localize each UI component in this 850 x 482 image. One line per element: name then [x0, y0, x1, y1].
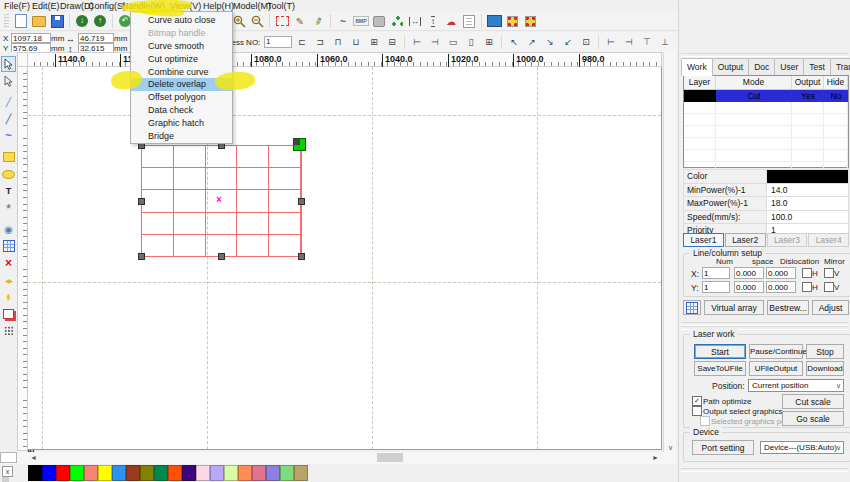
same-size-button[interactable]: ⊞ — [480, 34, 498, 50]
save-to-ufile-button[interactable]: SaveToUFile — [694, 361, 746, 376]
bestrew-button[interactable]: Bestrew... — [767, 300, 809, 315]
dock-bottom-button[interactable]: ⊥ — [656, 34, 674, 50]
v-distance-button[interactable]: ↕ — [424, 13, 442, 29]
start-button[interactable]: Start — [694, 344, 746, 359]
process-no-input[interactable] — [264, 36, 292, 48]
color-swatch[interactable] — [238, 465, 252, 481]
menu-item-offset-polygon[interactable]: Offset polygon — [131, 91, 232, 104]
layer-mode-cell[interactable]: Cut — [716, 90, 792, 102]
menu-model[interactable]: Model(M) — [233, 0, 271, 12]
import-button[interactable]: ↓ — [73, 13, 91, 29]
menu-edit[interactable]: Edit(E) — [32, 0, 60, 12]
device-select[interactable]: Device---(USB:Auto)∨ — [760, 441, 844, 454]
go-scale-button[interactable]: Go scale — [782, 411, 844, 426]
y-mirror-h-checkbox[interactable] — [802, 282, 812, 292]
preview-monitor-button[interactable] — [485, 13, 503, 29]
anchor-center-button[interactable]: ⊡ — [577, 34, 595, 50]
panel-splitter[interactable] — [681, 53, 848, 57]
x-num-input[interactable] — [702, 267, 730, 279]
color-swatch[interactable] — [224, 465, 238, 481]
node-edit-tool[interactable] — [1, 73, 16, 89]
layer-color-cell[interactable] — [684, 90, 716, 102]
bmp-button[interactable]: BMP — [352, 13, 370, 29]
mirror-vertical-tool[interactable]: ▲▼ — [1, 289, 16, 305]
color-swatch[interactable] — [154, 465, 168, 481]
position-select[interactable]: Current position∨ — [748, 379, 844, 392]
menu-file[interactable]: File(F) — [4, 0, 30, 12]
save-button[interactable] — [48, 13, 66, 29]
h-distance-button[interactable]: ↔ — [406, 13, 424, 29]
download-button[interactable]: Download — [806, 361, 844, 376]
menu-item-bridge[interactable]: Bridge — [131, 130, 232, 143]
align-left-button[interactable]: ⊏ — [293, 34, 311, 50]
laser1-button[interactable]: Laser1 — [683, 233, 724, 247]
color-swatch[interactable] — [42, 465, 56, 481]
selection-handle-mid-right[interactable] — [298, 198, 305, 205]
select-tool[interactable] — [1, 56, 16, 72]
dot-array-tool[interactable] — [1, 323, 16, 339]
color-swatch[interactable] — [126, 465, 140, 481]
same-height-button[interactable]: ⊣ — [426, 34, 444, 50]
selection-handle-bottom-right[interactable] — [298, 253, 305, 260]
zoom-out-button[interactable] — [248, 13, 266, 29]
x-mirror-v-checkbox[interactable] — [824, 268, 834, 278]
dock-top-button[interactable]: ⊤ — [638, 34, 656, 50]
align-center-v-button[interactable]: ⊟ — [383, 34, 401, 50]
horizontal-scrollbar[interactable]: ◄ ► — [0, 452, 676, 464]
y-num-input[interactable] — [702, 281, 730, 293]
prop-maxpower-value[interactable]: 18.0 — [767, 197, 848, 210]
panel-splitter[interactable] — [681, 468, 848, 472]
width-input[interactable] — [78, 33, 114, 43]
dock-right-button[interactable]: ⊣ — [620, 34, 638, 50]
same-width-button[interactable]: ⊢ — [408, 34, 426, 50]
color-swatch[interactable] — [280, 465, 294, 481]
mirror-horizontal-tool[interactable]: ◀▶ — [1, 272, 16, 288]
simulate-output-button[interactable] — [521, 13, 539, 29]
laser-head-origin-marker[interactable] — [293, 138, 306, 151]
ufile-output-button[interactable]: UFileOutput — [749, 361, 803, 376]
color-swatch[interactable] — [84, 465, 98, 481]
menu-item-data-check[interactable]: Data check — [131, 104, 232, 117]
y-space-input[interactable] — [734, 281, 764, 293]
menu-item-curve-smooth[interactable]: Curve smooth — [131, 40, 232, 53]
line-tool[interactable]: ╱ — [1, 94, 16, 110]
scrollbar-thumb[interactable] — [377, 453, 403, 462]
task-list-button[interactable] — [460, 13, 478, 29]
dock-left-button[interactable]: ⊢ — [602, 34, 620, 50]
color-swatch[interactable] — [112, 465, 126, 481]
curve-button[interactable]: ~ — [334, 13, 352, 29]
color-swatch[interactable] — [56, 465, 70, 481]
x-position-input[interactable] — [11, 33, 51, 43]
anchor-bottom-right-button[interactable]: ↘ — [541, 34, 559, 50]
selection-handle-bottom-center[interactable] — [218, 253, 225, 260]
cloud-button[interactable]: ☁ — [442, 13, 460, 29]
pause-continue-button[interactable]: Pause/Continue — [749, 344, 803, 359]
select-region-button[interactable] — [273, 13, 291, 29]
adjust-button[interactable]: Adjust — [812, 300, 849, 315]
color-swatch[interactable] — [98, 465, 112, 481]
align-top-button[interactable]: ⊓ — [329, 34, 347, 50]
export-button[interactable]: ↑ — [91, 13, 109, 29]
x-mirror-h-checkbox[interactable] — [802, 268, 812, 278]
color-swatch[interactable] — [140, 465, 154, 481]
scroll-left-icon[interactable]: ◄ — [28, 452, 39, 463]
tab-output[interactable]: Output — [712, 58, 750, 75]
color-swatch[interactable] — [266, 465, 280, 481]
tab-work[interactable]: Work — [681, 58, 713, 76]
color-swatch[interactable] — [294, 465, 308, 481]
menu-tool[interactable]: Tool(T) — [267, 0, 295, 12]
align-right-button[interactable]: ⊐ — [311, 34, 329, 50]
color-swatch[interactable] — [182, 465, 196, 481]
star-tool[interactable]: * — [1, 200, 16, 216]
layer-row-selected[interactable]: Cut Yes No — [684, 90, 848, 102]
align-center-h-button[interactable]: ⊞ — [365, 34, 383, 50]
same-size-h-button[interactable]: ▯ — [462, 34, 480, 50]
drawing-canvas[interactable]: × — [28, 67, 662, 450]
x-space-input[interactable] — [734, 267, 764, 279]
color-swatch[interactable] — [168, 465, 182, 481]
bezier-tool[interactable]: ~ — [1, 128, 16, 144]
pen-tool-button[interactable]: ✎ — [291, 13, 309, 29]
node-group-button[interactable] — [388, 13, 406, 29]
text-tool[interactable]: T — [1, 183, 16, 199]
tab-user[interactable]: User — [774, 58, 804, 75]
